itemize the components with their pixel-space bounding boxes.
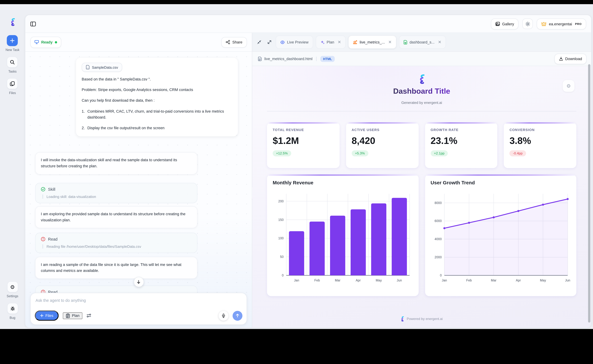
svg-text:Feb: Feb [314, 279, 320, 282]
skill-tool-card[interactable]: Skill Loading skill: data-visualization [35, 183, 197, 203]
bug-button[interactable] [7, 303, 18, 314]
copy-files-icon [10, 81, 15, 86]
preview-scrollbar[interactable] [588, 64, 590, 323]
energent-logo-icon [10, 18, 15, 27]
input-options-button[interactable] [87, 313, 91, 318]
tool-detail: Reading file /home/user/Desktop/data/fil… [42, 244, 192, 248]
delta-badge: +12.5% [273, 150, 291, 156]
arrow-down-icon [137, 280, 141, 284]
tab-label: Plan [327, 40, 334, 44]
separator [316, 57, 317, 61]
read-tool-card-partial[interactable]: Read [35, 286, 197, 293]
svg-text:May: May [376, 279, 382, 282]
svg-text:8000: 8000 [434, 201, 442, 205]
user-message-list-item: 1.Combines MRR, CAC, LTV, churn, and tri… [82, 108, 232, 120]
download-button[interactable]: Download [554, 53, 586, 64]
mic-icon [222, 313, 225, 318]
delta-badge: -0.4pp [510, 150, 526, 156]
tasks-button[interactable] [7, 57, 18, 68]
sidebar-toggle-button[interactable] [30, 21, 36, 26]
user-message-paragraph: Based on the data in " SampleData.csv ". [82, 76, 232, 82]
delta-badge: +2.1pp [431, 150, 448, 156]
svg-text:Apr: Apr [356, 279, 361, 282]
tab-dashboard-sheet[interactable]: dashboard_s... ✕ [399, 35, 446, 49]
computer-icon [34, 40, 39, 44]
tab-label: live_metrics_... [360, 40, 385, 44]
read-tool-card[interactable]: Read Reading file /home/user/Desktop/dat… [35, 233, 197, 253]
theme-toggle-button[interactable] [522, 19, 533, 29]
expand-panel-button[interactable] [265, 38, 273, 46]
arrow-up-icon [236, 313, 239, 318]
user-growth-line-chart: 02000400060008000JanFebMarAprMayJun [431, 188, 571, 285]
send-button[interactable] [233, 311, 243, 320]
sparkles-icon [320, 40, 324, 44]
agent-status[interactable]: Ready [30, 36, 61, 48]
file-attachment-chip[interactable]: SampleData.csv [82, 63, 122, 72]
svg-text:150: 150 [278, 218, 284, 222]
dashboard-subtitle: Generated by energent.ai [267, 101, 576, 105]
plus-icon [10, 38, 15, 43]
monthly-revenue-chart-card: Monthly Revenue 050100150200JanFebMarApr… [267, 175, 418, 296]
microphone-button[interactable] [219, 311, 229, 320]
plus-icon [40, 314, 44, 317]
share-button[interactable]: Share [221, 37, 247, 47]
chat-pane: Ready Share SampleData.csv Based [25, 33, 252, 327]
preview-pane: Live Preview Plan ✕ live_metrics_... ✕ [252, 33, 591, 327]
collapse-panel-button[interactable] [255, 38, 263, 46]
search-icon [10, 60, 15, 65]
expand-icon [267, 40, 271, 44]
gallery-button[interactable]: Gallery [491, 18, 519, 29]
metric-card-growth-rate: GROWTH RATE 23.1% +2.1pp [425, 123, 498, 168]
account-button[interactable]: ea.energentai PRO [537, 18, 586, 29]
close-tab-icon[interactable]: ✕ [438, 40, 441, 44]
panel-toggle-icon [30, 21, 36, 26]
divider [267, 111, 576, 112]
energent-logo-icon [401, 316, 404, 322]
close-tab-icon[interactable]: ✕ [337, 40, 341, 44]
gallery-label: Gallery [502, 22, 514, 26]
share-icon [226, 40, 230, 44]
chart-file-icon [353, 40, 357, 45]
pro-badge: PRO [575, 22, 582, 26]
svg-text:Jun: Jun [565, 279, 570, 282]
sidebar-nav: New Task Tasks Files [6, 35, 20, 100]
collapse-icon [257, 40, 261, 44]
metric-card-total-revenue: TOTAL REVENUE $1.2M +12.5% [267, 123, 339, 168]
user-message: SampleData.csv Based on the data in " Sa… [76, 58, 238, 136]
sidebar: New Task Tasks Files ⚙ Settings Bug [0, 4, 25, 329]
chat-messages: SampleData.csv Based on the data in " Sa… [25, 52, 252, 293]
sheet-file-icon [404, 40, 407, 45]
tab-live-metrics[interactable]: live_metrics_... ✕ [348, 35, 396, 49]
input-placeholder: Ask the agent to do anything [35, 298, 242, 303]
chat-header: Ready Share [25, 33, 252, 52]
screenshot-stage: New Task Tasks Files ⚙ Settings Bug [0, 0, 593, 364]
add-files-button[interactable]: Files [35, 311, 59, 321]
svg-text:4000: 4000 [434, 237, 442, 241]
dashboard-settings-button[interactable]: ⚙ [563, 80, 574, 92]
gallery-icon [495, 21, 500, 26]
file-info-bar: live_metrics_dashboard.html HTML Downloa… [252, 52, 591, 66]
metric-card-conversion: CONVERSION 3.8% -0.4pp [504, 123, 576, 168]
tab-live-preview[interactable]: Live Preview [276, 35, 313, 49]
chat-input[interactable]: Ask the agent to do anything Files Plan [30, 293, 247, 325]
new-task-button[interactable] [7, 35, 18, 46]
svg-text:May: May [540, 279, 546, 282]
close-tab-icon[interactable]: ✕ [388, 40, 392, 44]
settings-button[interactable]: ⚙ [7, 281, 18, 292]
tab-plan[interactable]: Plan ✕ [316, 35, 346, 49]
user-message-list-item: 2.Display the csv file output/result on … [82, 125, 232, 131]
filetype-badge: HTML [321, 56, 335, 62]
files-button[interactable] [7, 78, 18, 89]
dashboard-preview: ⚙ Dashboard Title Generated by energent.… [252, 66, 591, 327]
plan-button[interactable]: Plan [63, 312, 82, 319]
clipboard-icon [66, 313, 70, 318]
svg-text:6000: 6000 [434, 219, 442, 223]
scroll-to-bottom-button[interactable] [134, 277, 144, 287]
alert-circle-icon [41, 237, 46, 241]
account-label: ea.energentai [549, 22, 572, 26]
tab-label: dashboard_s... [410, 40, 434, 44]
sidebar-item-label: Settings [7, 294, 18, 298]
svg-text:50: 50 [280, 255, 283, 259]
crown-icon [541, 21, 546, 26]
svg-text:100: 100 [278, 237, 284, 240]
